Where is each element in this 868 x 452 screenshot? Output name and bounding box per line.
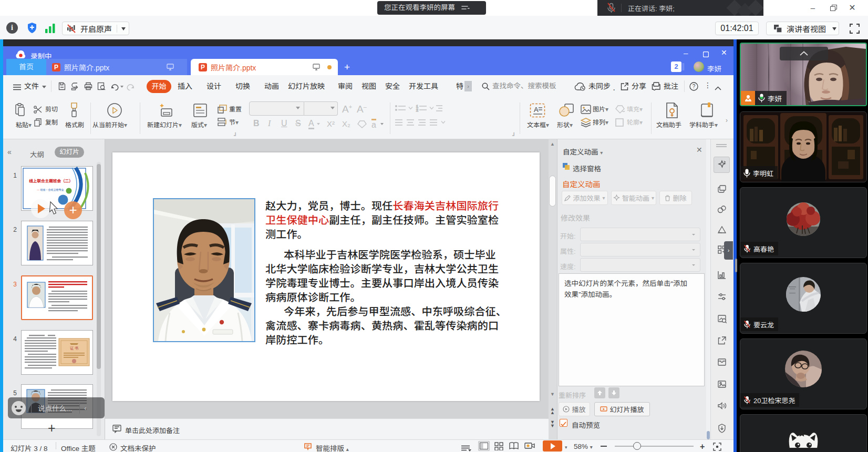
svg-text:2: 2 [416, 108, 418, 112]
svg-text:A: A [534, 106, 539, 114]
svg-text:证 书: 证 书 [70, 345, 78, 351]
svg-text:1: 1 [416, 105, 418, 108]
svg-text:线上联合主题班会（二）: 线上联合主题班会（二） [29, 178, 73, 183]
svg-text:?: ? [693, 84, 696, 89]
svg-text:一 班级·合班卫检专业: 一 班级·合班卫检专业 [37, 188, 64, 191]
